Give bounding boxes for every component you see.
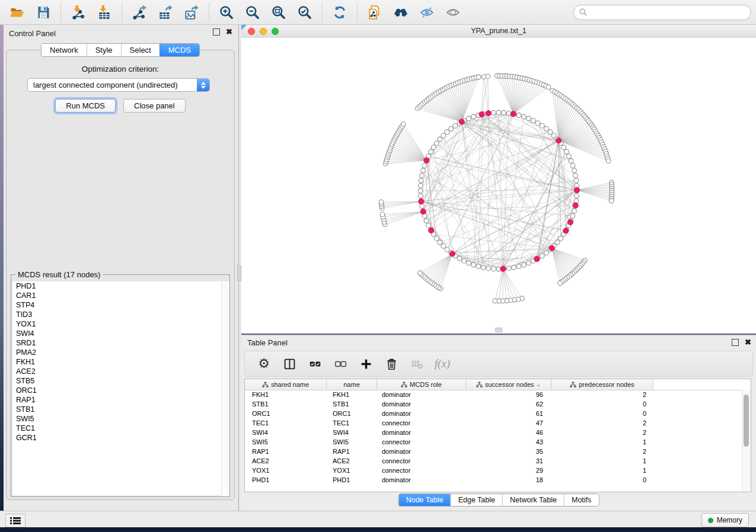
network-node[interactable] xyxy=(506,266,511,271)
network-node[interactable] xyxy=(575,194,579,198)
mcds-result-item[interactable]: TID3 xyxy=(12,310,228,319)
table-row[interactable]: SWI5SWI5connector431 xyxy=(245,437,742,447)
zoom-selected-icon[interactable] xyxy=(296,4,313,21)
deselect-all-icon[interactable] xyxy=(333,357,347,371)
scrollbar-thumb[interactable] xyxy=(744,395,749,447)
network-node[interactable] xyxy=(481,265,486,270)
network-node[interactable] xyxy=(540,123,544,128)
mcds-hub-node[interactable] xyxy=(549,245,554,251)
mcds-hub-node[interactable] xyxy=(479,112,484,117)
mcds-result-item[interactable]: STP4 xyxy=(12,300,228,310)
mcds-result-list[interactable]: PHD1CAR1STP4TID3YOX1SWI4SRD1PMA2FKH1ACE2… xyxy=(12,281,228,495)
search-input[interactable] xyxy=(591,6,751,19)
network-node[interactable] xyxy=(562,145,566,150)
close-panel-icon[interactable]: ✖ xyxy=(745,339,751,345)
float-panel-icon[interactable] xyxy=(732,339,739,346)
network-node[interactable] xyxy=(486,266,491,271)
float-panel-icon[interactable] xyxy=(213,28,220,36)
table-row[interactable]: YOX1YOX1connector291 xyxy=(245,466,742,475)
network-node[interactable] xyxy=(540,254,544,258)
network-node[interactable] xyxy=(574,178,579,183)
save-session-icon[interactable] xyxy=(35,4,52,21)
export-network-icon[interactable] xyxy=(131,4,148,21)
export-table-icon[interactable] xyxy=(157,4,174,21)
table-row[interactable]: RAP1RAP1dominator352 xyxy=(245,447,742,456)
mcds-hub-node[interactable] xyxy=(573,203,578,208)
network-search-field[interactable] xyxy=(573,5,751,20)
mcds-hub-node[interactable] xyxy=(556,138,562,143)
mcds-result-item[interactable]: SWI5 xyxy=(12,414,228,424)
hide-selected-icon[interactable] xyxy=(419,4,435,21)
open-file-icon[interactable] xyxy=(9,4,25,21)
network-node[interactable] xyxy=(420,204,425,209)
mcds-hub-node[interactable] xyxy=(575,187,580,193)
mcds-result-item[interactable]: GCR1 xyxy=(12,433,228,443)
network-node[interactable] xyxy=(496,110,501,115)
tab-mcds[interactable]: MCDS xyxy=(160,44,199,56)
mcds-hub-node[interactable] xyxy=(459,119,464,124)
mcds-result-item[interactable]: PHD1 xyxy=(12,281,228,291)
network-node[interactable] xyxy=(492,110,496,115)
network-node[interactable] xyxy=(516,113,521,118)
network-node[interactable] xyxy=(462,259,467,264)
tab-motifs[interactable]: Motifs xyxy=(564,494,598,506)
network-node[interactable] xyxy=(572,168,577,173)
network-node[interactable] xyxy=(467,116,471,121)
network-node[interactable] xyxy=(522,114,527,119)
table-row[interactable]: STB1STB1dominator620 xyxy=(245,399,742,409)
network-node[interactable] xyxy=(401,122,406,127)
mcds-result-item[interactable]: ACE2 xyxy=(12,367,228,376)
network-node[interactable] xyxy=(379,200,384,204)
tab-network[interactable]: Network xyxy=(42,44,87,56)
optimization-criterion-dropdown[interactable]: largest connected component (undirected) xyxy=(27,78,210,92)
table-settings-icon[interactable]: ⚙ xyxy=(257,357,271,371)
network-node[interactable] xyxy=(531,118,536,123)
table-scrollbar[interactable] xyxy=(742,390,751,492)
memory-button[interactable]: Memory xyxy=(701,513,749,527)
table-row[interactable]: ACE2ACE2connector311 xyxy=(245,456,742,466)
table-row[interactable]: TEC1TEC1connector472 xyxy=(245,418,742,428)
mcds-hub-node[interactable] xyxy=(449,251,455,257)
network-node[interactable] xyxy=(467,261,471,265)
mcds-hub-node[interactable] xyxy=(420,209,426,214)
network-node[interactable] xyxy=(546,85,551,89)
column-header-successor-nodes[interactable]: successor nodes⌄ xyxy=(466,379,551,390)
tab-node-table[interactable]: Node Table xyxy=(399,494,451,506)
network-node[interactable] xyxy=(434,236,439,241)
add-column-icon[interactable] xyxy=(359,357,373,371)
network-node[interactable] xyxy=(445,130,449,134)
column-header-MCDS-role[interactable]: MCDS role xyxy=(377,379,466,390)
network-node[interactable] xyxy=(544,251,549,255)
network-node[interactable] xyxy=(569,159,573,164)
network-node[interactable] xyxy=(606,159,611,164)
network-node[interactable] xyxy=(438,137,442,142)
network-node[interactable] xyxy=(570,214,575,219)
network-node[interactable] xyxy=(426,223,431,228)
mcds-result-item[interactable]: FKH1 xyxy=(12,357,228,367)
mcds-hub-node[interactable] xyxy=(486,111,491,116)
mcds-result-item[interactable]: TEC1 xyxy=(12,424,228,433)
close-panel-button[interactable]: Close panel xyxy=(123,99,186,113)
network-node[interactable] xyxy=(422,164,427,168)
network-node[interactable] xyxy=(572,209,577,213)
network-node[interactable] xyxy=(559,236,563,241)
network-node[interactable] xyxy=(449,126,454,131)
network-node[interactable] xyxy=(434,141,439,146)
column-header-name[interactable]: name xyxy=(327,379,377,390)
task-history-button[interactable] xyxy=(5,514,25,527)
network-node[interactable] xyxy=(486,74,490,79)
network-node[interactable] xyxy=(512,265,516,270)
apply-layout-icon[interactable] xyxy=(331,4,348,21)
zoom-in-icon[interactable] xyxy=(218,4,235,21)
mcds-result-item[interactable]: YOX1 xyxy=(12,319,228,329)
network-node[interactable] xyxy=(380,212,385,217)
tab-style[interactable]: Style xyxy=(87,44,121,56)
network-node[interactable] xyxy=(555,240,560,245)
import-network-icon[interactable] xyxy=(70,4,87,21)
mcds-hub-node[interactable] xyxy=(500,266,506,271)
vertical-splitter[interactable] xyxy=(237,25,241,511)
network-node[interactable] xyxy=(544,126,549,131)
delete-column-icon[interactable] xyxy=(384,357,398,371)
mcds-hub-node[interactable] xyxy=(563,228,569,233)
network-node[interactable] xyxy=(431,145,436,150)
